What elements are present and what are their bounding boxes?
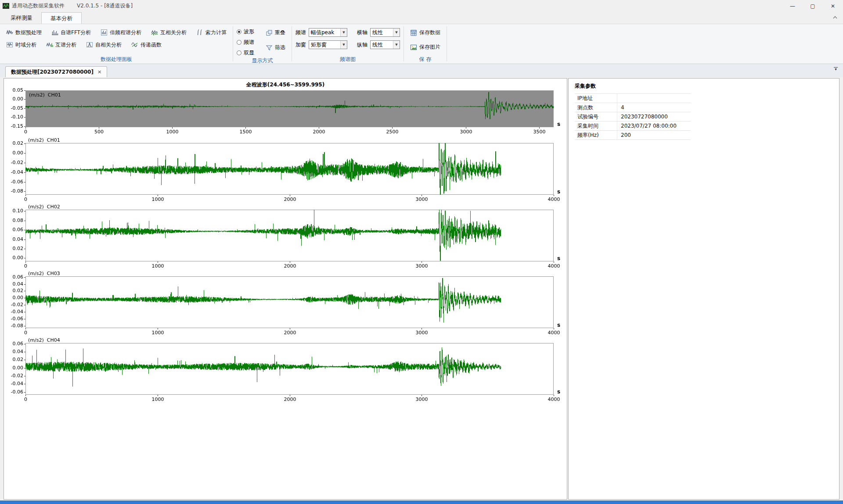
filter-icon <box>266 44 273 51</box>
button-label: 自谱FFT分析 <box>61 29 91 36</box>
tab-list-dropdown-icon[interactable]: ▼ <box>834 67 838 71</box>
ribbon-group-save: 保存数据 保存图片 保 存 <box>404 24 447 64</box>
x-axis-scale-select[interactable]: 线性 ▼ <box>370 28 400 37</box>
chevron-down-icon: ▼ <box>393 41 400 49</box>
group-label-process: 数据处理面板 <box>4 55 229 63</box>
button-filter[interactable]: 筛选 <box>263 42 288 53</box>
overlay-icon <box>266 29 273 36</box>
save-data-icon <box>410 29 417 36</box>
button-data-preprocess[interactable]: 数据预处理 <box>4 27 44 38</box>
param-label: 试验编号 <box>575 112 617 121</box>
button-label: 时域分析 <box>15 41 36 49</box>
chevron-down-icon: ▼ <box>340 41 347 49</box>
param-label: 频率(Hz) <box>575 131 617 139</box>
fft-spectrum-icon <box>51 29 58 36</box>
param-row-time: 采集时间 2023/07/27 08:00:00 <box>575 122 691 131</box>
param-row-frequency: 频率(Hz) 200 <box>575 131 691 140</box>
radio-dual[interactable]: 双显 <box>237 49 254 57</box>
radio-spectrum[interactable]: 频谱 <box>237 39 254 46</box>
spectrum-type-select[interactable]: 幅值peak ▼ <box>309 28 347 37</box>
field-label: 纵轴 <box>357 41 367 49</box>
tab-sampling-measure[interactable]: 采样测量 <box>2 12 41 24</box>
button-cable-force-calc[interactable]: 索力计算 <box>194 27 229 38</box>
group-label-save: 保 存 <box>407 55 443 63</box>
radio-dot <box>237 29 241 34</box>
button-save-image[interactable]: 保存图片 <box>407 42 443 53</box>
overview-waveform-canvas[interactable] <box>4 88 567 137</box>
radio-dot <box>237 50 241 55</box>
button-time-domain-analysis[interactable]: 时域分析 <box>4 39 39 50</box>
waveform-icon <box>6 29 13 36</box>
group-label-spectrum: 频谱图 <box>295 55 400 63</box>
ch01-waveform-canvas[interactable] <box>4 137 567 204</box>
close-button[interactable]: ✕ <box>823 0 843 12</box>
time-domain-icon <box>6 41 13 48</box>
button-transfer-function[interactable]: 传递函数 <box>129 39 164 50</box>
button-cross-spectrum-analysis[interactable]: 互谱分析 <box>43 39 79 50</box>
param-row-test-id: 试验编号 20230727080000 <box>575 112 691 122</box>
titlebar: 通用动态数据采集软件 V2.0.1.5 - [8通道设备] — ▢ ✕ <box>0 0 843 12</box>
ribbon-collapse-icon[interactable] <box>832 14 839 21</box>
param-value: 2023/07/27 08:00:00 <box>617 122 691 130</box>
auto-correlation-icon <box>86 41 93 48</box>
window-version: V2.0.1.5 - [8通道设备] <box>77 2 133 10</box>
ribbon-group-display: 波形 频谱 双显 重叠 <box>233 24 292 64</box>
window-function-select[interactable]: 矩形窗 ▼ <box>309 40 347 49</box>
ribbon-separator <box>447 26 447 61</box>
force-calc-icon <box>196 29 203 36</box>
param-label: IP地址 <box>575 94 617 103</box>
param-value: 4 <box>617 103 691 112</box>
button-label: 传递函数 <box>140 41 162 49</box>
document-tab[interactable]: 数据预处理[20230727080000] ✕ <box>5 66 107 77</box>
radio-label: 波形 <box>244 28 254 36</box>
ch04-waveform-canvas[interactable] <box>4 337 567 404</box>
field-label: 频谱 <box>295 29 306 36</box>
radio-waveform[interactable]: 波形 <box>237 28 254 36</box>
ribbon-group-process: 数据预处理 自谱FFT分析 倍频程谱分析 互相关分析 索力计算 <box>0 24 233 64</box>
params-table: IP地址 测点数 4 试验编号 20230727080000 采集时间 2023… <box>575 93 691 140</box>
param-row-ip: IP地址 <box>575 94 691 103</box>
overview-chart-title: 全程波形(24.456~3599.995) <box>4 81 567 88</box>
acquisition-params-panel: 采集参数 IP地址 测点数 4 试验编号 20230727080000 采集时间… <box>568 78 839 500</box>
radio-label: 双显 <box>244 49 254 57</box>
ch03-waveform-canvas[interactable] <box>4 270 567 337</box>
button-label: 倍频程谱分析 <box>110 29 141 36</box>
octave-spectrum-icon <box>101 29 108 36</box>
field-label: 横轴 <box>357 29 367 36</box>
radio-label: 频谱 <box>244 39 254 46</box>
button-label: 保存图片 <box>419 43 440 51</box>
param-value <box>617 94 691 103</box>
button-save-data[interactable]: 保存数据 <box>407 27 443 38</box>
taskbar-edge <box>0 500 843 504</box>
cross-correlation-icon <box>151 29 158 36</box>
chevron-down-icon: ▼ <box>340 29 347 36</box>
tab-basic-analysis[interactable]: 基本分析 <box>41 12 82 24</box>
button-label: 互谱分析 <box>55 41 76 49</box>
cross-spectrum-icon <box>46 41 53 48</box>
param-label: 测点数 <box>575 103 617 112</box>
button-cross-correlation-analysis[interactable]: 互相关分析 <box>148 27 189 38</box>
param-label: 采集时间 <box>575 122 617 130</box>
param-value: 20230727080000 <box>617 112 691 121</box>
button-octave-spectrum-analysis[interactable]: 倍频程谱分析 <box>98 27 144 38</box>
window-title: 通用动态数据采集软件 <box>12 2 65 10</box>
button-auto-fft-analysis[interactable]: 自谱FFT分析 <box>49 27 94 38</box>
save-image-icon <box>410 44 417 51</box>
document-tab-bar: 数据预处理[20230727080000] ✕ ▼ <box>0 64 843 77</box>
main-content: 全程波形(24.456~3599.995) 采集参数 IP地址 测点数 4 试验… <box>0 77 843 500</box>
minimize-button[interactable]: — <box>782 0 803 12</box>
button-overlap[interactable]: 重叠 <box>263 27 288 38</box>
document-tab-title: 数据预处理[20230727080000] <box>11 68 94 76</box>
y-axis-scale-select[interactable]: 线性 ▼ <box>370 40 400 49</box>
document-tab-close-icon[interactable]: ✕ <box>97 69 101 75</box>
button-auto-correlation-analysis[interactable]: 自相关分析 <box>83 39 124 50</box>
button-label: 筛选 <box>275 44 285 51</box>
ch02-waveform-canvas[interactable] <box>4 204 567 270</box>
maximize-button[interactable]: ▢ <box>803 0 823 12</box>
chevron-down-icon: ▼ <box>393 29 400 36</box>
ribbon-group-spectrum: 频谱 幅值peak ▼ 横轴 线性 ▼ 加窗 矩形窗 <box>292 24 403 64</box>
app-window: 通用动态数据采集软件 V2.0.1.5 - [8通道设备] — ▢ ✕ 采样测量… <box>0 0 843 504</box>
chart-area: 全程波形(24.456~3599.995) <box>4 78 567 500</box>
button-label: 自相关分析 <box>95 41 122 49</box>
button-label: 索力计算 <box>205 29 227 36</box>
